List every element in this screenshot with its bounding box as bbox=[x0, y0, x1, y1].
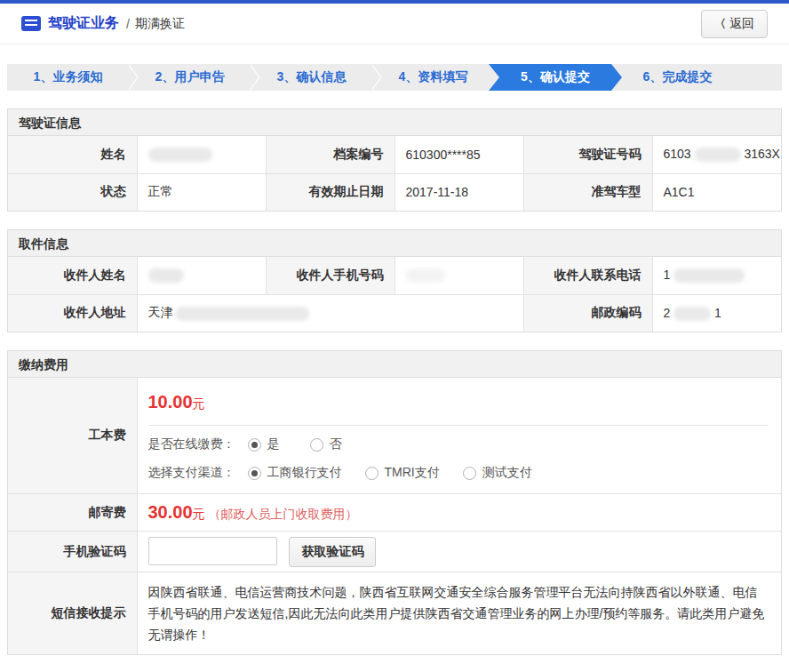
expiry-date-value: 2017-11-18 bbox=[394, 173, 523, 211]
sms-notice-text: 因陕西省联通、电信运营商技术问题，陕西省互联网交通安全综合服务管理平台无法向持陕… bbox=[137, 572, 781, 655]
radio-unselected-icon[interactable] bbox=[463, 467, 476, 480]
step-1-business-notice[interactable]: 1、业务须知 bbox=[7, 64, 129, 91]
license-list-icon bbox=[21, 16, 41, 31]
step-label: 2、用户申告 bbox=[155, 69, 225, 85]
breadcrumb-current: 期满换证 bbox=[135, 16, 185, 32]
step-separator-inner bbox=[371, 64, 380, 91]
name-label: 姓名 bbox=[8, 136, 137, 173]
online-pay-question: 是否在线缴费： bbox=[148, 436, 235, 452]
redacted-value bbox=[673, 268, 745, 283]
breadcrumb-separator: / bbox=[126, 17, 130, 31]
step-5-confirm-submit[interactable]: 5、确认提交 bbox=[489, 64, 622, 91]
license-number-prefix: 6103 bbox=[664, 147, 691, 161]
step-progress-bar: 1、业务须知 2、用户申告 3、确认信息 4、资料填写 5、确认提交 6、完成提… bbox=[7, 64, 782, 91]
fees-panel: 缴纳费用 工本费 10.00元 是否在线缴费： 是 bbox=[7, 350, 782, 655]
step-label: 3、确认信息 bbox=[277, 69, 347, 85]
pickup-info-table: 收件人姓名 收件人手机号码 收件人联系电话 1 收件人地址 天津 邮政编码 2 … bbox=[8, 257, 781, 332]
redacted-value bbox=[148, 148, 212, 162]
sms-code-input[interactable] bbox=[148, 537, 277, 565]
license-number-value: 6103 3163X bbox=[652, 136, 781, 173]
step-label: 1、业务须知 bbox=[34, 69, 103, 85]
recipient-address-label: 收件人地址 bbox=[8, 294, 137, 332]
redacted-value bbox=[695, 148, 741, 162]
vehicle-class-label: 准驾车型 bbox=[523, 173, 652, 211]
table-row: 姓名 档案编号 610300****85 驾驶证号码 6103 3163X bbox=[8, 136, 781, 173]
production-fee-label: 工本费 bbox=[8, 378, 137, 494]
chevron-left-icon: 〈 bbox=[714, 16, 726, 32]
postal-code-value: 2 1 bbox=[652, 294, 781, 332]
license-number-label: 驾驶证号码 bbox=[523, 136, 652, 173]
radio-option-label: 否 bbox=[330, 436, 342, 452]
postal-code-label: 邮政编码 bbox=[523, 294, 652, 332]
get-sms-code-button[interactable]: 获取验证码 bbox=[289, 537, 376, 567]
expiry-date-label: 有效期止日期 bbox=[266, 173, 394, 211]
pay-channel-question-row: 选择支付渠道： 工商银行支付 TMRI支付 测试支付 bbox=[148, 459, 782, 493]
radio-unselected-icon[interactable] bbox=[310, 438, 323, 452]
table-row: 状态 正常 有效期止日期 2017-11-18 准驾车型 A1C1 bbox=[8, 173, 781, 211]
radio-selected-icon[interactable] bbox=[248, 438, 261, 452]
sms-code-label: 手机验证码 bbox=[8, 532, 137, 572]
step-3-confirm-info[interactable]: 3、确认信息 bbox=[251, 64, 372, 91]
recipient-phone-value: 1 bbox=[652, 257, 781, 294]
step-6-complete-submit[interactable]: 6、完成提交 bbox=[617, 64, 738, 91]
step-label: 4、资料填写 bbox=[399, 69, 468, 85]
redacted-value bbox=[148, 268, 184, 283]
license-section-title: 驾驶证信息 bbox=[8, 109, 781, 136]
radio-option-label: TMRI支付 bbox=[385, 465, 440, 481]
table-row: 短信接收提示 因陕西省联通、电信运营商技术问题，陕西省互联网交通安全综合服务管理… bbox=[8, 572, 781, 655]
radio-option-label: 工商银行支付 bbox=[267, 465, 342, 481]
fees-table: 工本费 10.00元 是否在线缴费： 是 否 bbox=[8, 378, 781, 654]
production-fee-unit: 元 bbox=[193, 396, 205, 411]
step-4-fill-data[interactable]: 4、资料填写 bbox=[372, 64, 494, 91]
production-fee-amount: 10.00 bbox=[148, 392, 193, 412]
redacted-value bbox=[176, 307, 309, 321]
recipient-name-value bbox=[137, 257, 266, 294]
mail-fee-amount: 30.00 bbox=[148, 502, 193, 522]
status-value: 正常 bbox=[137, 173, 266, 211]
mail-fee-unit: 元 bbox=[193, 507, 205, 521]
step-2-user-declaration[interactable]: 2、用户申告 bbox=[129, 64, 251, 91]
radio-option-no[interactable]: 否 bbox=[310, 436, 342, 452]
recipient-name-label: 收件人姓名 bbox=[8, 257, 137, 294]
radio-option-tmri-pay[interactable]: TMRI支付 bbox=[365, 465, 440, 481]
pay-channel-question: 选择支付渠道： bbox=[148, 465, 235, 481]
radio-option-icbc-pay[interactable]: 工商银行支付 bbox=[248, 465, 342, 481]
pickup-info-panel: 取件信息 收件人姓名 收件人手机号码 收件人联系电话 1 收件人地址 天津 邮政… bbox=[7, 229, 782, 332]
radio-option-test-pay[interactable]: 测试支付 bbox=[463, 465, 532, 481]
postal-code-prefix: 2 bbox=[664, 306, 671, 320]
online-pay-options: 是 否 bbox=[248, 436, 342, 452]
step-separator-inner bbox=[249, 64, 259, 91]
sms-notice-label: 短信接收提示 bbox=[8, 572, 137, 655]
radio-option-yes[interactable]: 是 bbox=[248, 436, 280, 452]
step-label: 5、确认提交 bbox=[521, 69, 590, 85]
page-title: 驾驶证业务 bbox=[48, 14, 119, 33]
recipient-phone-label: 收件人联系电话 bbox=[523, 257, 652, 294]
back-button[interactable]: 〈 返回 bbox=[701, 10, 768, 38]
step-separator-inner bbox=[127, 64, 137, 91]
recipient-mobile-label: 收件人手机号码 bbox=[266, 257, 394, 294]
redacted-value bbox=[406, 268, 445, 283]
production-fee-cell: 10.00元 是否在线缴费： 是 否 bbox=[137, 378, 781, 494]
recipient-address-prefix: 天津 bbox=[148, 305, 173, 319]
radio-unselected-icon[interactable] bbox=[365, 467, 379, 480]
recipient-address-value: 天津 bbox=[137, 294, 523, 332]
online-pay-question-row: 是否在线缴费： 是 否 bbox=[148, 426, 782, 459]
step-label: 6、完成提交 bbox=[643, 69, 713, 85]
license-info-panel: 驾驶证信息 姓名 档案编号 610300****85 驾驶证号码 6103 31… bbox=[7, 108, 782, 212]
radio-option-label: 是 bbox=[267, 436, 280, 452]
status-label: 状态 bbox=[8, 173, 137, 211]
production-fee-amount-line: 10.00元 bbox=[148, 378, 782, 425]
name-value bbox=[137, 136, 266, 173]
sms-code-cell: 获取验证码 bbox=[137, 532, 781, 572]
mail-fee-note: （邮政人员上门收取费用） bbox=[209, 507, 358, 521]
vehicle-class-value: A1C1 bbox=[652, 173, 781, 211]
license-info-table: 姓名 档案编号 610300****85 驾驶证号码 6103 3163X 状态… bbox=[8, 136, 781, 211]
radio-selected-icon[interactable] bbox=[248, 467, 261, 480]
pickup-section-title: 取件信息 bbox=[8, 230, 781, 257]
table-row: 工本费 10.00元 是否在线缴费： 是 否 bbox=[8, 378, 781, 494]
page-header: 驾驶证业务 / 期满换证 〈 返回 bbox=[0, 4, 789, 44]
fees-section-title: 缴纳费用 bbox=[8, 351, 781, 378]
recipient-mobile-value bbox=[394, 257, 523, 294]
postal-code-suffix: 1 bbox=[714, 306, 721, 320]
mail-fee-label: 邮寄费 bbox=[8, 494, 137, 532]
